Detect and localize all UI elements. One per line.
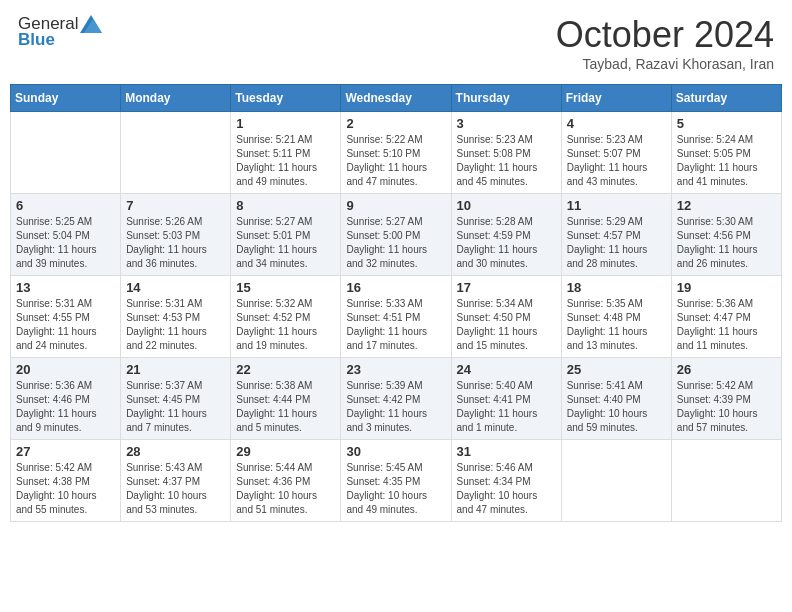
title-area: October 2024 Taybad, Razavi Khorasan, Ir… [556,14,774,72]
calendar-cell: 6Sunrise: 5:25 AMSunset: 5:04 PMDaylight… [11,194,121,276]
day-info: Sunrise: 5:35 AMSunset: 4:48 PMDaylight:… [567,297,666,353]
weekday-header-thursday: Thursday [451,85,561,112]
calendar-cell: 30Sunrise: 5:45 AMSunset: 4:35 PMDayligh… [341,440,451,522]
logo: General Blue [18,14,102,50]
calendar-cell [561,440,671,522]
day-number: 18 [567,280,666,295]
calendar-cell: 25Sunrise: 5:41 AMSunset: 4:40 PMDayligh… [561,358,671,440]
day-number: 24 [457,362,556,377]
day-info: Sunrise: 5:28 AMSunset: 4:59 PMDaylight:… [457,215,556,271]
day-number: 15 [236,280,335,295]
day-info: Sunrise: 5:34 AMSunset: 4:50 PMDaylight:… [457,297,556,353]
day-info: Sunrise: 5:29 AMSunset: 4:57 PMDaylight:… [567,215,666,271]
calendar-week-row: 6Sunrise: 5:25 AMSunset: 5:04 PMDaylight… [11,194,782,276]
day-info: Sunrise: 5:37 AMSunset: 4:45 PMDaylight:… [126,379,225,435]
day-info: Sunrise: 5:38 AMSunset: 4:44 PMDaylight:… [236,379,335,435]
weekday-header-sunday: Sunday [11,85,121,112]
day-info: Sunrise: 5:23 AMSunset: 5:07 PMDaylight:… [567,133,666,189]
day-number: 22 [236,362,335,377]
calendar-cell: 20Sunrise: 5:36 AMSunset: 4:46 PMDayligh… [11,358,121,440]
calendar-table: SundayMondayTuesdayWednesdayThursdayFrid… [10,84,782,522]
day-number: 2 [346,116,445,131]
calendar-cell: 17Sunrise: 5:34 AMSunset: 4:50 PMDayligh… [451,276,561,358]
day-number: 5 [677,116,776,131]
day-number: 11 [567,198,666,213]
day-info: Sunrise: 5:30 AMSunset: 4:56 PMDaylight:… [677,215,776,271]
day-info: Sunrise: 5:40 AMSunset: 4:41 PMDaylight:… [457,379,556,435]
calendar-cell: 18Sunrise: 5:35 AMSunset: 4:48 PMDayligh… [561,276,671,358]
day-info: Sunrise: 5:36 AMSunset: 4:46 PMDaylight:… [16,379,115,435]
calendar-week-row: 20Sunrise: 5:36 AMSunset: 4:46 PMDayligh… [11,358,782,440]
day-number: 31 [457,444,556,459]
day-number: 8 [236,198,335,213]
calendar-cell: 9Sunrise: 5:27 AMSunset: 5:00 PMDaylight… [341,194,451,276]
calendar-cell: 12Sunrise: 5:30 AMSunset: 4:56 PMDayligh… [671,194,781,276]
calendar-cell: 13Sunrise: 5:31 AMSunset: 4:55 PMDayligh… [11,276,121,358]
calendar-cell: 11Sunrise: 5:29 AMSunset: 4:57 PMDayligh… [561,194,671,276]
day-number: 3 [457,116,556,131]
day-number: 9 [346,198,445,213]
day-info: Sunrise: 5:41 AMSunset: 4:40 PMDaylight:… [567,379,666,435]
day-number: 30 [346,444,445,459]
calendar-cell: 4Sunrise: 5:23 AMSunset: 5:07 PMDaylight… [561,112,671,194]
calendar-cell: 21Sunrise: 5:37 AMSunset: 4:45 PMDayligh… [121,358,231,440]
month-title: October 2024 [556,14,774,56]
weekday-header-tuesday: Tuesday [231,85,341,112]
day-info: Sunrise: 5:27 AMSunset: 5:01 PMDaylight:… [236,215,335,271]
day-info: Sunrise: 5:42 AMSunset: 4:39 PMDaylight:… [677,379,776,435]
day-number: 29 [236,444,335,459]
day-number: 14 [126,280,225,295]
calendar-week-row: 27Sunrise: 5:42 AMSunset: 4:38 PMDayligh… [11,440,782,522]
weekday-header-monday: Monday [121,85,231,112]
weekday-header-row: SundayMondayTuesdayWednesdayThursdayFrid… [11,85,782,112]
calendar-cell: 29Sunrise: 5:44 AMSunset: 4:36 PMDayligh… [231,440,341,522]
calendar-cell: 23Sunrise: 5:39 AMSunset: 4:42 PMDayligh… [341,358,451,440]
logo-blue-text: Blue [18,30,55,50]
day-info: Sunrise: 5:33 AMSunset: 4:51 PMDaylight:… [346,297,445,353]
location-subtitle: Taybad, Razavi Khorasan, Iran [556,56,774,72]
day-number: 1 [236,116,335,131]
day-info: Sunrise: 5:22 AMSunset: 5:10 PMDaylight:… [346,133,445,189]
day-info: Sunrise: 5:26 AMSunset: 5:03 PMDaylight:… [126,215,225,271]
day-info: Sunrise: 5:24 AMSunset: 5:05 PMDaylight:… [677,133,776,189]
day-number: 26 [677,362,776,377]
day-info: Sunrise: 5:44 AMSunset: 4:36 PMDaylight:… [236,461,335,517]
day-info: Sunrise: 5:27 AMSunset: 5:00 PMDaylight:… [346,215,445,271]
weekday-header-saturday: Saturday [671,85,781,112]
calendar-cell: 15Sunrise: 5:32 AMSunset: 4:52 PMDayligh… [231,276,341,358]
day-info: Sunrise: 5:42 AMSunset: 4:38 PMDaylight:… [16,461,115,517]
day-number: 7 [126,198,225,213]
calendar-cell [121,112,231,194]
day-number: 4 [567,116,666,131]
calendar-week-row: 13Sunrise: 5:31 AMSunset: 4:55 PMDayligh… [11,276,782,358]
day-info: Sunrise: 5:32 AMSunset: 4:52 PMDaylight:… [236,297,335,353]
calendar-cell: 5Sunrise: 5:24 AMSunset: 5:05 PMDaylight… [671,112,781,194]
calendar-cell: 1Sunrise: 5:21 AMSunset: 5:11 PMDaylight… [231,112,341,194]
day-info: Sunrise: 5:25 AMSunset: 5:04 PMDaylight:… [16,215,115,271]
day-number: 28 [126,444,225,459]
calendar-cell: 22Sunrise: 5:38 AMSunset: 4:44 PMDayligh… [231,358,341,440]
calendar-cell: 28Sunrise: 5:43 AMSunset: 4:37 PMDayligh… [121,440,231,522]
calendar-cell: 26Sunrise: 5:42 AMSunset: 4:39 PMDayligh… [671,358,781,440]
calendar-cell [671,440,781,522]
day-info: Sunrise: 5:31 AMSunset: 4:55 PMDaylight:… [16,297,115,353]
day-number: 17 [457,280,556,295]
day-number: 10 [457,198,556,213]
calendar-cell: 27Sunrise: 5:42 AMSunset: 4:38 PMDayligh… [11,440,121,522]
calendar-cell: 10Sunrise: 5:28 AMSunset: 4:59 PMDayligh… [451,194,561,276]
day-number: 27 [16,444,115,459]
calendar-week-row: 1Sunrise: 5:21 AMSunset: 5:11 PMDaylight… [11,112,782,194]
day-info: Sunrise: 5:43 AMSunset: 4:37 PMDaylight:… [126,461,225,517]
calendar-cell: 24Sunrise: 5:40 AMSunset: 4:41 PMDayligh… [451,358,561,440]
day-info: Sunrise: 5:21 AMSunset: 5:11 PMDaylight:… [236,133,335,189]
day-info: Sunrise: 5:39 AMSunset: 4:42 PMDaylight:… [346,379,445,435]
day-info: Sunrise: 5:23 AMSunset: 5:08 PMDaylight:… [457,133,556,189]
day-info: Sunrise: 5:36 AMSunset: 4:47 PMDaylight:… [677,297,776,353]
day-number: 23 [346,362,445,377]
logo-icon [80,15,102,33]
header: General Blue October 2024 Taybad, Razavi… [10,10,782,76]
day-number: 21 [126,362,225,377]
weekday-header-friday: Friday [561,85,671,112]
day-info: Sunrise: 5:45 AMSunset: 4:35 PMDaylight:… [346,461,445,517]
weekday-header-wednesday: Wednesday [341,85,451,112]
